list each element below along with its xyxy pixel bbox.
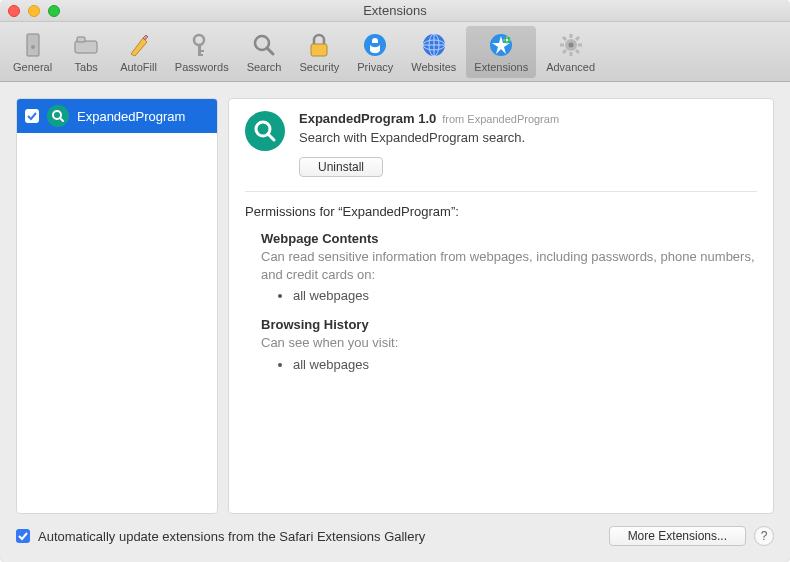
extension-icon-large [245, 111, 285, 151]
content-area: ExpandedProgram ExpandedProgram 1.0 from… [0, 82, 790, 562]
extensions-icon [487, 31, 515, 59]
tab-autofill[interactable]: AutoFill [112, 26, 165, 78]
preferences-toolbar: General Tabs AutoFill Passwords Search [0, 22, 790, 82]
tab-tabs[interactable]: Tabs [62, 26, 110, 78]
zoom-window-button[interactable] [48, 5, 60, 17]
sidebar-item-expandedprogram[interactable]: ExpandedProgram [17, 99, 217, 133]
svg-line-31 [60, 118, 63, 121]
tab-label: General [13, 61, 52, 73]
uninstall-button[interactable]: Uninstall [299, 157, 383, 177]
detail-header: ExpandedProgram 1.0 from ExpandedProgram… [245, 111, 757, 192]
permission-description: Can read sensitive information from webp… [261, 248, 757, 284]
preferences-window: Extensions General Tabs AutoFill Passwor… [0, 0, 790, 562]
svg-line-28 [563, 50, 566, 53]
advanced-icon [557, 31, 585, 59]
detail-from-label: from ExpandedProgram [442, 113, 559, 125]
svg-line-33 [268, 134, 274, 140]
footer: Automatically update extensions from the… [16, 526, 774, 546]
detail-description: Search with ExpandedProgram search. [299, 130, 757, 145]
tab-label: Extensions [474, 61, 528, 73]
extension-name-label: ExpandedProgram [77, 109, 185, 124]
permission-list: all webpages [293, 357, 757, 372]
auto-update-label: Automatically update extensions from the… [38, 529, 601, 544]
svg-point-1 [31, 45, 35, 49]
auto-update-checkbox[interactable] [16, 529, 30, 543]
tab-label: Security [299, 61, 339, 73]
autofill-icon [124, 31, 152, 59]
minimize-window-button[interactable] [28, 5, 40, 17]
tab-search[interactable]: Search [239, 26, 290, 78]
svg-line-27 [576, 50, 579, 53]
general-icon [19, 31, 47, 59]
tab-label: Privacy [357, 61, 393, 73]
extension-enable-checkbox[interactable] [25, 109, 39, 123]
search-icon [250, 31, 278, 59]
extension-detail-panel: ExpandedProgram 1.0 from ExpandedProgram… [228, 98, 774, 514]
svg-line-9 [267, 48, 273, 54]
svg-rect-6 [198, 50, 204, 52]
tab-advanced[interactable]: Advanced [538, 26, 603, 78]
permissions-title: Permissions for “ExpandedProgram”: [245, 204, 757, 219]
passwords-icon [188, 31, 216, 59]
permission-list-item: all webpages [293, 357, 757, 372]
security-icon [305, 31, 333, 59]
tab-label: Tabs [75, 61, 98, 73]
tab-privacy[interactable]: Privacy [349, 26, 401, 78]
permission-list-item: all webpages [293, 288, 757, 303]
svg-line-29 [576, 37, 579, 40]
svg-point-21 [568, 42, 573, 47]
svg-rect-7 [198, 54, 203, 56]
svg-point-4 [194, 35, 204, 45]
close-window-button[interactable] [8, 5, 20, 17]
tab-label: Advanced [546, 61, 595, 73]
tab-label: Websites [411, 61, 456, 73]
help-button[interactable]: ? [754, 526, 774, 546]
tabs-icon [72, 31, 100, 59]
tab-label: AutoFill [120, 61, 157, 73]
titlebar: Extensions [0, 0, 790, 22]
svg-point-19 [506, 38, 508, 40]
privacy-icon [361, 31, 389, 59]
permission-heading: Browsing History [261, 317, 757, 332]
permission-list: all webpages [293, 288, 757, 303]
extensions-sidebar: ExpandedProgram [16, 98, 218, 514]
svg-rect-3 [77, 37, 85, 42]
websites-icon [420, 31, 448, 59]
tab-label: Search [247, 61, 282, 73]
svg-rect-2 [75, 41, 97, 53]
svg-rect-10 [311, 44, 327, 56]
tab-passwords[interactable]: Passwords [167, 26, 237, 78]
permission-description: Can see when you visit: [261, 334, 757, 352]
permission-heading: Webpage Contents [261, 231, 757, 246]
detail-name: ExpandedProgram 1.0 [299, 111, 436, 126]
permission-section-webpage-contents: Webpage Contents Can read sensitive info… [261, 231, 757, 303]
traffic-lights [8, 5, 60, 17]
tab-general[interactable]: General [5, 26, 60, 78]
tab-label: Passwords [175, 61, 229, 73]
extension-icon [47, 105, 69, 127]
svg-line-26 [563, 37, 566, 40]
more-extensions-button[interactable]: More Extensions... [609, 526, 746, 546]
tab-websites[interactable]: Websites [403, 26, 464, 78]
tab-security[interactable]: Security [291, 26, 347, 78]
permission-section-browsing-history: Browsing History Can see when you visit:… [261, 317, 757, 371]
tab-extensions[interactable]: Extensions [466, 26, 536, 78]
window-title: Extensions [363, 3, 427, 18]
